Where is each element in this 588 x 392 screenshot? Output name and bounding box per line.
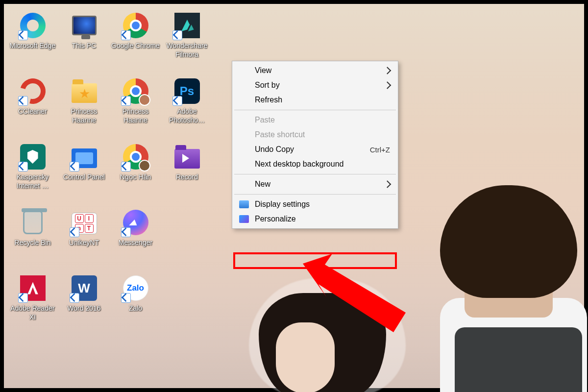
menu-item-new[interactable]: New	[233, 177, 397, 192]
desktop-icon-label: Recycle Bin	[15, 238, 51, 247]
desktop-icon[interactable]: Kaspersky Internet …	[7, 142, 58, 205]
folder-icon: ★	[72, 83, 97, 103]
desktop-icon[interactable]: UInTUnikeyNT	[58, 208, 110, 270]
menu-item-paste: Paste	[233, 113, 397, 127]
desktop-icon[interactable]: Adobe Reader XI	[7, 273, 58, 336]
this-pc-icon	[72, 16, 97, 35]
shortcut-overlay-icon	[18, 96, 28, 106]
menu-item-paste-shortcut: Paste shortcut	[233, 127, 397, 142]
desktop-icon-label: Microsoft Edge	[10, 41, 55, 50]
menu-item-refresh[interactable]: Refresh	[233, 93, 397, 107]
desktop-icon[interactable]: ZaloZalo	[110, 273, 161, 336]
shortcut-overlay-icon	[172, 96, 182, 106]
menu-label: Refresh	[255, 96, 282, 104]
desktop-icon-label: Google Chrome	[111, 41, 160, 50]
desktop-context-menu: View Sort by Refresh Paste Paste shortcu…	[232, 61, 398, 229]
desktop-icon-label: Adobe Reader XI	[8, 304, 57, 321]
menu-item-next-background[interactable]: Next desktop background	[233, 157, 397, 172]
menu-separator	[234, 194, 396, 195]
wallpaper-figure	[440, 185, 577, 298]
menu-label: Display settings	[255, 200, 310, 209]
menu-label: Personalize	[255, 215, 296, 223]
desktop-icon-grid: Microsoft EdgeThis PCGoogle ChromeWonder…	[7, 11, 213, 336]
desktop-icon-label: Kaspersky Internet …	[8, 172, 57, 190]
shortcut-overlay-icon	[70, 227, 79, 237]
desktop-icon-label: Record	[176, 172, 198, 181]
menu-label: Undo Copy	[255, 145, 294, 154]
personalize-icon	[239, 215, 249, 223]
menu-item-undo-copy[interactable]: Undo CopyCtrl+Z	[233, 142, 397, 157]
shortcut-overlay-icon	[70, 162, 79, 172]
menu-label: Paste shortcut	[255, 130, 305, 139]
desktop-icon-label: UnikeyNT	[69, 238, 99, 247]
shortcut-overlay-icon	[121, 227, 131, 237]
menu-separator	[234, 110, 396, 110]
desktop-icon[interactable]: Google Chrome	[110, 11, 161, 74]
desktop-icon-label: Adobe Photosho…	[163, 107, 212, 124]
menu-label: Next desktop background	[255, 160, 343, 169]
desktop-icon-label: Control Panel	[63, 172, 105, 181]
menu-item-personalize[interactable]: Personalize	[233, 212, 397, 226]
shortcut-overlay-icon	[121, 30, 131, 40]
desktop-icon-label: Princess Haanne	[111, 107, 160, 124]
desktop-frame: Microsoft EdgeThis PCGoogle ChromeWonder…	[0, 0, 588, 392]
shortcut-overlay-icon	[121, 293, 131, 303]
desktop-icon[interactable]: Princess Haanne	[110, 76, 161, 139]
shortcut-overlay-icon	[70, 293, 79, 303]
desktop-icon[interactable]: PsAdobe Photosho…	[161, 76, 213, 139]
desktop-icon-label: Wondershare Filmora	[163, 41, 212, 59]
recycle-bin-icon	[23, 211, 43, 234]
record-folder-icon	[174, 149, 200, 169]
desktop-icon-label: Zalo	[129, 304, 142, 313]
menu-separator	[234, 174, 396, 174]
desktop-icon[interactable]: WWord 2016	[58, 273, 110, 336]
desktop-icon[interactable]: Recycle Bin	[7, 208, 58, 270]
menu-label: View	[255, 66, 271, 75]
desktop-icon[interactable]: Ngọc Hân	[110, 142, 161, 205]
shortcut-overlay-icon	[18, 162, 28, 172]
desktop-icon-label: This PC	[72, 41, 97, 50]
desktop-icon[interactable]: Control Panel	[58, 142, 110, 205]
shortcut-overlay-icon	[121, 96, 131, 106]
menu-label: New	[255, 180, 270, 189]
menu-item-view[interactable]: View	[233, 63, 397, 78]
menu-label: Sort by	[255, 81, 280, 90]
desktop-icon[interactable]: ★Princess Haanne	[58, 76, 110, 139]
desktop-icon-label: Messenger	[119, 238, 152, 247]
desktop-icon[interactable]: Record	[161, 142, 213, 205]
desktop-icon[interactable]: Messenger	[110, 208, 161, 270]
desktop-icon[interactable]: Wondershare Filmora	[161, 11, 213, 74]
shortcut-text: Ctrl+Z	[370, 146, 390, 154]
shortcut-overlay-icon	[121, 162, 131, 172]
desktop-icon-label: Word 2016	[67, 304, 100, 313]
desktop-icon[interactable]: This PC	[58, 11, 110, 74]
menu-label: Paste	[255, 116, 275, 124]
annotation-highlight	[233, 252, 397, 269]
wallpaper-figure	[276, 322, 335, 392]
menu-item-sort-by[interactable]: Sort by	[233, 78, 397, 93]
shortcut-overlay-icon	[18, 30, 28, 40]
display-settings-icon	[239, 200, 249, 208]
shortcut-overlay-icon	[18, 293, 28, 303]
menu-item-display-settings[interactable]: Display settings	[233, 197, 397, 212]
desktop-icon[interactable]: CCleaner	[7, 76, 58, 139]
desktop-icon-label: Ngọc Hân	[120, 172, 151, 181]
desktop-icon-label: CCleaner	[18, 107, 47, 116]
desktop-icon[interactable]: Microsoft Edge	[7, 11, 58, 74]
wallpaper-figure	[455, 327, 582, 392]
desktop-icon-label: Princess Haanne	[60, 107, 109, 124]
shortcut-overlay-icon	[172, 30, 182, 40]
